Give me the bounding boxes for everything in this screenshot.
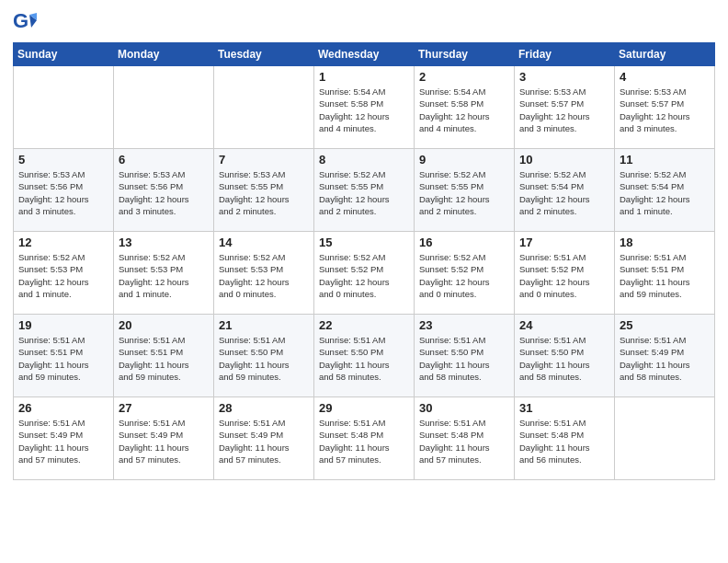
day-number: 28 <box>219 401 309 415</box>
day-info: Sunrise: 5:51 AM Sunset: 5:50 PM Dayligh… <box>219 334 309 383</box>
calendar-cell <box>14 66 114 149</box>
day-info: Sunrise: 5:51 AM Sunset: 5:51 PM Dayligh… <box>620 251 710 300</box>
calendar-cell: 24Sunrise: 5:51 AM Sunset: 5:50 PM Dayli… <box>515 315 615 397</box>
day-info: Sunrise: 5:51 AM Sunset: 5:49 PM Dayligh… <box>18 417 108 465</box>
calendar-cell: 22Sunrise: 5:51 AM Sunset: 5:50 PM Dayli… <box>314 315 415 397</box>
calendar-cell: 20Sunrise: 5:51 AM Sunset: 5:51 PM Dayli… <box>114 315 214 397</box>
calendar-cell: 13Sunrise: 5:52 AM Sunset: 5:53 PM Dayli… <box>114 232 214 315</box>
day-info: Sunrise: 5:54 AM Sunset: 5:58 PM Dayligh… <box>419 86 509 134</box>
day-info: Sunrise: 5:52 AM Sunset: 5:55 PM Dayligh… <box>419 168 509 217</box>
day-number: 18 <box>620 236 710 249</box>
day-number: 7 <box>219 153 309 167</box>
week-row-1: 1Sunrise: 5:54 AM Sunset: 5:58 PM Daylig… <box>14 66 715 149</box>
weekday-header-sunday: Sunday <box>14 43 114 66</box>
calendar-cell: 14Sunrise: 5:52 AM Sunset: 5:53 PM Dayli… <box>214 232 314 315</box>
day-number: 9 <box>419 153 509 167</box>
day-number: 14 <box>219 236 309 249</box>
day-info: Sunrise: 5:52 AM Sunset: 5:52 PM Dayligh… <box>319 251 409 300</box>
day-number: 25 <box>620 318 710 332</box>
weekday-header-row: SundayMondayTuesdayWednesdayThursdayFrid… <box>14 43 715 66</box>
day-number: 4 <box>620 70 710 84</box>
calendar-cell: 23Sunrise: 5:51 AM Sunset: 5:50 PM Dayli… <box>415 315 515 397</box>
calendar-cell: 19Sunrise: 5:51 AM Sunset: 5:51 PM Dayli… <box>14 315 114 397</box>
day-number: 24 <box>519 318 609 332</box>
day-number: 31 <box>519 401 609 415</box>
day-number: 20 <box>119 318 209 332</box>
day-info: Sunrise: 5:52 AM Sunset: 5:54 PM Dayligh… <box>620 168 710 217</box>
day-number: 17 <box>519 236 609 249</box>
week-row-2: 5Sunrise: 5:53 AM Sunset: 5:56 PM Daylig… <box>14 149 715 232</box>
day-number: 21 <box>219 318 309 332</box>
day-number: 23 <box>419 318 509 332</box>
day-info: Sunrise: 5:52 AM Sunset: 5:55 PM Dayligh… <box>319 168 409 217</box>
week-row-5: 26Sunrise: 5:51 AM Sunset: 5:49 PM Dayli… <box>14 397 715 480</box>
calendar-cell: 31Sunrise: 5:51 AM Sunset: 5:48 PM Dayli… <box>515 397 615 480</box>
day-number: 26 <box>18 401 108 415</box>
calendar-cell: 10Sunrise: 5:52 AM Sunset: 5:54 PM Dayli… <box>515 149 615 232</box>
day-number: 10 <box>519 153 609 167</box>
calendar-cell: 2Sunrise: 5:54 AM Sunset: 5:58 PM Daylig… <box>415 66 515 149</box>
calendar-cell: 12Sunrise: 5:52 AM Sunset: 5:53 PM Dayli… <box>14 232 114 315</box>
calendar-cell <box>615 397 715 480</box>
weekday-header-wednesday: Wednesday <box>314 43 415 66</box>
calendar-cell: 15Sunrise: 5:52 AM Sunset: 5:52 PM Dayli… <box>314 232 415 315</box>
day-info: Sunrise: 5:51 AM Sunset: 5:49 PM Dayligh… <box>119 417 209 465</box>
calendar-cell: 7Sunrise: 5:53 AM Sunset: 5:55 PM Daylig… <box>214 149 314 232</box>
calendar-cell: 25Sunrise: 5:51 AM Sunset: 5:49 PM Dayli… <box>615 315 715 397</box>
weekday-header-tuesday: Tuesday <box>214 43 314 66</box>
day-info: Sunrise: 5:53 AM Sunset: 5:55 PM Dayligh… <box>219 168 309 217</box>
calendar-cell: 8Sunrise: 5:52 AM Sunset: 5:55 PM Daylig… <box>314 149 415 232</box>
weekday-header-saturday: Saturday <box>615 43 715 66</box>
calendar-cell: 18Sunrise: 5:51 AM Sunset: 5:51 PM Dayli… <box>615 232 715 315</box>
calendar-cell: 3Sunrise: 5:53 AM Sunset: 5:57 PM Daylig… <box>515 66 615 149</box>
day-info: Sunrise: 5:51 AM Sunset: 5:50 PM Dayligh… <box>319 334 409 383</box>
calendar-cell: 11Sunrise: 5:52 AM Sunset: 5:54 PM Dayli… <box>615 149 715 232</box>
day-number: 2 <box>419 70 509 84</box>
day-number: 30 <box>419 401 509 415</box>
calendar-cell <box>214 66 314 149</box>
day-info: Sunrise: 5:51 AM Sunset: 5:52 PM Dayligh… <box>519 251 609 300</box>
day-info: Sunrise: 5:51 AM Sunset: 5:49 PM Dayligh… <box>620 334 710 383</box>
day-number: 15 <box>319 236 409 249</box>
calendar-cell: 6Sunrise: 5:53 AM Sunset: 5:56 PM Daylig… <box>114 149 214 232</box>
day-number: 22 <box>319 318 409 332</box>
calendar-cell: 21Sunrise: 5:51 AM Sunset: 5:50 PM Dayli… <box>214 315 314 397</box>
calendar-cell: 17Sunrise: 5:51 AM Sunset: 5:52 PM Dayli… <box>515 232 615 315</box>
day-number: 6 <box>119 153 209 167</box>
day-number: 1 <box>319 70 409 84</box>
calendar-cell: 28Sunrise: 5:51 AM Sunset: 5:49 PM Dayli… <box>214 397 314 480</box>
day-info: Sunrise: 5:53 AM Sunset: 5:56 PM Dayligh… <box>119 168 209 217</box>
day-info: Sunrise: 5:53 AM Sunset: 5:57 PM Dayligh… <box>620 86 710 134</box>
weekday-header-friday: Friday <box>515 43 615 66</box>
day-number: 3 <box>519 70 609 84</box>
calendar-cell: 9Sunrise: 5:52 AM Sunset: 5:55 PM Daylig… <box>415 149 515 232</box>
svg-text:G: G <box>13 9 28 32</box>
day-info: Sunrise: 5:52 AM Sunset: 5:54 PM Dayligh… <box>519 168 609 217</box>
calendar-cell: 16Sunrise: 5:52 AM Sunset: 5:52 PM Dayli… <box>415 232 515 315</box>
day-info: Sunrise: 5:52 AM Sunset: 5:52 PM Dayligh… <box>419 251 509 300</box>
day-info: Sunrise: 5:52 AM Sunset: 5:53 PM Dayligh… <box>119 251 209 300</box>
calendar-cell: 4Sunrise: 5:53 AM Sunset: 5:57 PM Daylig… <box>615 66 715 149</box>
day-info: Sunrise: 5:54 AM Sunset: 5:58 PM Dayligh… <box>319 86 409 134</box>
day-info: Sunrise: 5:53 AM Sunset: 5:56 PM Dayligh… <box>18 168 108 217</box>
day-info: Sunrise: 5:51 AM Sunset: 5:51 PM Dayligh… <box>18 334 108 383</box>
day-number: 16 <box>419 236 509 249</box>
calendar-cell: 26Sunrise: 5:51 AM Sunset: 5:49 PM Dayli… <box>14 397 114 480</box>
day-number: 8 <box>319 153 409 167</box>
day-number: 13 <box>119 236 209 249</box>
day-info: Sunrise: 5:51 AM Sunset: 5:50 PM Dayligh… <box>519 334 609 383</box>
day-info: Sunrise: 5:51 AM Sunset: 5:48 PM Dayligh… <box>419 417 509 465</box>
day-number: 29 <box>319 401 409 415</box>
weekday-header-monday: Monday <box>114 43 214 66</box>
logo: G <box>13 9 40 35</box>
calendar-cell: 30Sunrise: 5:51 AM Sunset: 5:48 PM Dayli… <box>415 397 515 480</box>
calendar-cell <box>114 66 214 149</box>
day-info: Sunrise: 5:52 AM Sunset: 5:53 PM Dayligh… <box>219 251 309 300</box>
day-number: 11 <box>620 153 710 167</box>
calendar-cell: 1Sunrise: 5:54 AM Sunset: 5:58 PM Daylig… <box>314 66 415 149</box>
week-row-4: 19Sunrise: 5:51 AM Sunset: 5:51 PM Dayli… <box>14 315 715 397</box>
day-info: Sunrise: 5:53 AM Sunset: 5:57 PM Dayligh… <box>519 86 609 134</box>
calendar-cell: 29Sunrise: 5:51 AM Sunset: 5:48 PM Dayli… <box>314 397 415 480</box>
day-info: Sunrise: 5:52 AM Sunset: 5:53 PM Dayligh… <box>18 251 108 300</box>
calendar-cell: 5Sunrise: 5:53 AM Sunset: 5:56 PM Daylig… <box>14 149 114 232</box>
